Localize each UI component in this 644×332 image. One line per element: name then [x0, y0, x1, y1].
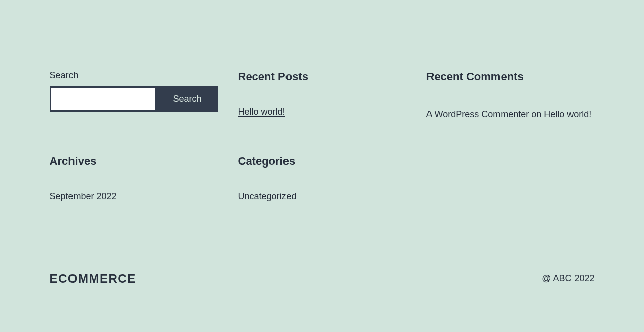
recent-comments-widget: Recent Comments A WordPress Commenter on…: [426, 70, 595, 122]
recent-comments-heading: Recent Comments: [426, 70, 595, 84]
comment-on-text: on: [529, 109, 544, 119]
footer-divider: [50, 247, 595, 247]
category-link[interactable]: Uncategorized: [238, 191, 297, 201]
recent-posts-heading: Recent Posts: [238, 70, 406, 84]
content-container: Search Search Recent Posts Hello world! …: [50, 0, 595, 311]
search-form: Search: [50, 86, 218, 112]
recent-post-link[interactable]: Hello world!: [238, 107, 285, 117]
categories-widget: Categories Uncategorized: [238, 155, 406, 202]
recent-posts-widget: Recent Posts Hello world!: [238, 70, 406, 122]
search-button[interactable]: Search: [157, 86, 218, 112]
comment-post-link[interactable]: Hello world!: [544, 109, 591, 119]
widgets-row-2: Archives September 2022 Categories Uncat…: [50, 155, 595, 202]
widgets-row-1: Search Search Recent Posts Hello world! …: [50, 70, 595, 122]
empty-widget-col: [426, 155, 595, 202]
comment-author-link[interactable]: A WordPress Commenter: [426, 109, 529, 119]
search-widget: Search Search: [50, 70, 218, 122]
archives-widget: Archives September 2022: [50, 155, 218, 202]
archive-link[interactable]: September 2022: [50, 191, 117, 201]
comment-item: A WordPress Commenter on Hello world!: [426, 107, 595, 122]
categories-heading: Categories: [238, 155, 406, 168]
copyright-text: @ ABC 2022: [542, 273, 594, 284]
search-label: Search: [50, 70, 218, 81]
footer: ECOMMERCE @ ABC 2022: [50, 272, 595, 286]
search-input[interactable]: [50, 86, 157, 112]
archives-heading: Archives: [50, 155, 218, 168]
site-title-link[interactable]: ECOMMERCE: [50, 272, 136, 286]
